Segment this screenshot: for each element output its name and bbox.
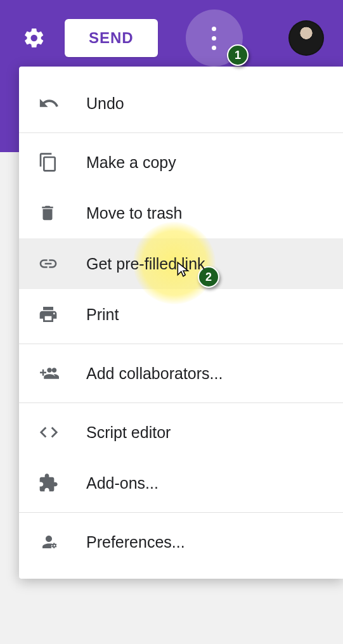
- menu-item-prefilled-link[interactable]: Get pre-filled link 2: [19, 238, 343, 289]
- preferences-icon: [38, 532, 74, 551]
- send-button[interactable]: SEND: [65, 19, 158, 57]
- menu-item-move-trash[interactable]: Move to trash: [19, 188, 343, 238]
- menu-item-collaborators[interactable]: Add collaborators...: [19, 348, 343, 399]
- menu-item-make-copy[interactable]: Make a copy: [19, 137, 343, 188]
- menu-item-script-editor[interactable]: Script editor: [19, 407, 343, 458]
- menu-item-print[interactable]: Print: [19, 289, 343, 340]
- more-options-menu: Undo Make a copy Move to trash Get pre-f…: [19, 67, 343, 579]
- menu-item-label: Make a copy: [86, 153, 176, 172]
- annotation-badge-1: 1: [227, 44, 249, 66]
- menu-item-undo[interactable]: Undo: [19, 78, 343, 129]
- menu-divider: [19, 402, 343, 403]
- menu-divider: [19, 344, 343, 344]
- menu-item-addons[interactable]: Add-ons...: [19, 458, 343, 508]
- menu-item-label: Move to trash: [86, 204, 182, 222]
- profile-avatar[interactable]: [288, 20, 324, 56]
- menu-divider: [19, 132, 343, 133]
- add-collaborators-icon: [38, 364, 74, 383]
- menu-item-label: Print: [86, 306, 119, 324]
- more-vert-icon: [212, 27, 216, 50]
- menu-item-label: Get pre-filled link: [86, 255, 205, 273]
- undo-icon: [38, 93, 74, 114]
- header-toolbar: SEND: [0, 0, 343, 76]
- link-icon: [38, 254, 74, 274]
- print-icon: [38, 304, 74, 325]
- trash-icon: [38, 203, 74, 222]
- menu-item-preferences[interactable]: Preferences...: [19, 517, 343, 567]
- copy-icon: [38, 152, 74, 172]
- menu-divider: [19, 512, 343, 513]
- puzzle-icon: [38, 473, 74, 493]
- code-icon: [38, 422, 74, 443]
- menu-item-label: Add collaborators...: [86, 364, 223, 383]
- menu-item-label: Script editor: [86, 423, 171, 442]
- gear-icon: [23, 27, 46, 49]
- menu-item-label: Add-ons...: [86, 474, 159, 493]
- settings-button[interactable]: [19, 23, 49, 53]
- menu-item-label: Preferences...: [86, 533, 185, 551]
- menu-item-label: Undo: [86, 94, 124, 113]
